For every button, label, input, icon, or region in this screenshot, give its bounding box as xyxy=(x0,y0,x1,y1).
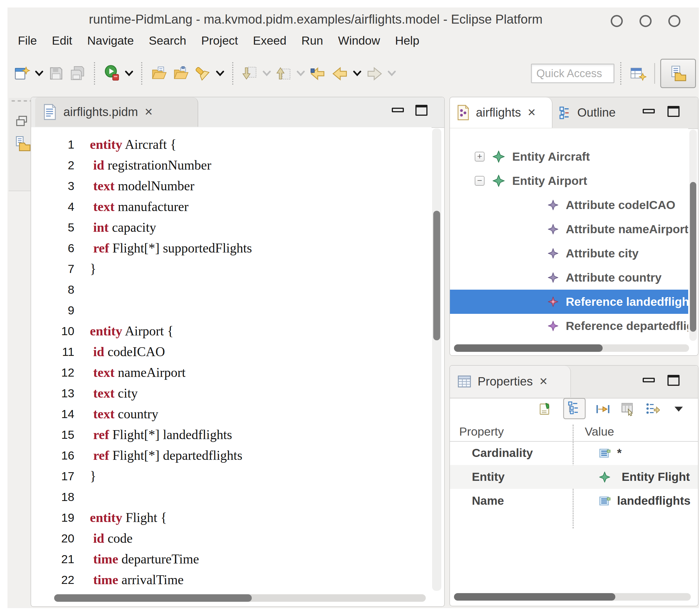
save-all-icon[interactable] xyxy=(70,65,86,81)
back-icon[interactable] xyxy=(332,65,348,82)
run-external-tools-icon[interactable] xyxy=(103,65,120,82)
view-menu-chevron-icon[interactable] xyxy=(674,406,684,414)
outline-horizontal-scrollbar-thumb[interactable] xyxy=(454,344,603,352)
previous-annotation-icon[interactable] xyxy=(276,65,292,81)
menu-navigate[interactable]: Navigate xyxy=(80,32,141,49)
collapse-icon[interactable]: − xyxy=(475,176,485,186)
search-dropdown-chevron-icon[interactable] xyxy=(216,71,224,76)
open-folder-task-icon[interactable] xyxy=(173,65,189,82)
line-text: ref Flight[*] supportedFlights xyxy=(90,238,252,258)
code-line: 20 id code xyxy=(31,528,432,549)
expand-icon[interactable]: + xyxy=(475,152,485,162)
last-edit-location-icon[interactable] xyxy=(310,65,326,82)
tree-item-entity-airport[interactable]: − Entity Airport xyxy=(475,169,587,193)
previous-annotation-chevron-icon[interactable] xyxy=(297,71,305,76)
drag-handle-icon[interactable] xyxy=(12,100,33,102)
menu-project[interactable]: Project xyxy=(193,32,246,49)
categorize-icon[interactable] xyxy=(645,402,660,418)
outline-panel: airflights ✕ Outline + Entity Aircraft − xyxy=(449,97,699,356)
column-property[interactable]: Property xyxy=(459,425,504,438)
editor-horizontal-scrollbar-thumb[interactable] xyxy=(54,594,252,602)
line-number: 22 xyxy=(31,569,90,590)
properties-table-header: Property Value xyxy=(450,423,698,442)
window-button-2-icon[interactable] xyxy=(639,15,652,27)
tree-item-reference-landedflights[interactable]: Reference landedflights xyxy=(450,290,688,314)
menu-edit[interactable]: Edit xyxy=(45,32,80,49)
open-folder-doc-icon[interactable] xyxy=(151,65,167,82)
menu-search[interactable]: Search xyxy=(141,32,194,49)
tab-properties-close-icon[interactable]: ✕ xyxy=(539,375,548,387)
properties-horizontal-scrollbar-thumb[interactable] xyxy=(454,593,615,601)
toolbar-separator xyxy=(141,62,142,85)
list-value-icon xyxy=(599,496,611,506)
tree-item-attribute-nameairport[interactable]: Attribute nameAirport xyxy=(548,217,688,241)
editor-minimize-icon[interactable] xyxy=(392,108,404,112)
entity-star-icon xyxy=(599,472,610,483)
window-button-3-icon[interactable] xyxy=(668,15,680,27)
line-text: text modelNumber xyxy=(90,176,195,196)
search-flashlight-icon[interactable] xyxy=(195,65,211,82)
code-line: 9 xyxy=(31,300,432,321)
menu-file[interactable]: File xyxy=(10,32,45,49)
run-dropdown-chevron-icon[interactable] xyxy=(125,71,133,76)
outline-minimize-icon[interactable] xyxy=(643,109,655,113)
properties-panel: Properties ✕ xyxy=(449,365,699,606)
tree-mode-button[interactable] xyxy=(563,398,586,419)
code-editor[interactable]: 1entity Aircraft { 2 id registrationNumb… xyxy=(31,127,432,593)
code-line: 19entity Flight { xyxy=(31,507,432,528)
menu-help[interactable]: Help xyxy=(387,32,427,49)
new-dropdown-chevron-icon[interactable] xyxy=(35,71,43,76)
next-annotation-icon[interactable] xyxy=(242,65,258,81)
tree-item-attribute-country[interactable]: Attribute country xyxy=(548,266,662,290)
tab-airflights[interactable]: airflights ✕ xyxy=(450,97,552,128)
restore-view-icon[interactable] xyxy=(14,114,29,130)
menu-run[interactable]: Run xyxy=(294,32,330,49)
tree-item-entity-aircraft[interactable]: + Entity Aircraft xyxy=(475,144,590,169)
window-button-1-icon[interactable] xyxy=(611,15,623,27)
pidm-perspective-button[interactable] xyxy=(660,59,696,88)
property-row-cardinality[interactable]: Cardinality * xyxy=(450,441,698,465)
next-annotation-chevron-icon[interactable] xyxy=(262,71,271,76)
toolbar-separator xyxy=(620,62,621,85)
back-dropdown-chevron-icon[interactable] xyxy=(353,71,362,76)
advanced-properties-icon[interactable] xyxy=(596,402,610,418)
line-text: } xyxy=(90,466,96,487)
filter-table-icon[interactable] xyxy=(620,402,635,418)
code-line: 17} xyxy=(31,466,432,487)
tab-airflights-close-icon[interactable]: ✕ xyxy=(527,106,536,119)
tab-outline[interactable]: Outline xyxy=(553,97,628,128)
tab-properties[interactable]: Properties ✕ xyxy=(450,366,571,397)
line-text: ref Flight[*] landedflights xyxy=(90,424,232,445)
outline-maximize-icon[interactable] xyxy=(667,106,679,117)
editor-maximize-icon[interactable] xyxy=(415,105,427,116)
editor-tab-close-icon[interactable]: ✕ xyxy=(144,106,153,118)
tree-item-attribute-codeicao[interactable]: Attribute codeICAO xyxy=(548,193,675,217)
open-perspective-icon[interactable] xyxy=(630,65,647,82)
new-wizard-icon[interactable] xyxy=(14,65,30,81)
attribute-star-icon xyxy=(548,248,558,258)
property-row-name[interactable]: Name landedflights xyxy=(450,489,698,513)
forward-icon[interactable] xyxy=(366,65,383,82)
editor-vertical-scrollbar-thumb[interactable] xyxy=(433,211,440,340)
outline-vertical-scrollbar-thumb[interactable] xyxy=(690,182,696,332)
pin-editor-icon[interactable] xyxy=(538,402,553,418)
tree-item-reference-departedflights[interactable]: Reference departedflights xyxy=(548,314,688,338)
quick-access-input[interactable] xyxy=(531,64,614,83)
editor-tab-airflights-pidm[interactable]: airflights.pidm ✕ xyxy=(35,97,198,127)
package-explorer-icon[interactable] xyxy=(13,135,31,154)
code-line: 8 xyxy=(31,279,432,300)
line-number: 12 xyxy=(31,362,90,383)
column-value[interactable]: Value xyxy=(585,425,614,438)
menu-window[interactable]: Window xyxy=(331,32,388,49)
line-text: text country xyxy=(90,403,159,424)
save-icon[interactable] xyxy=(48,65,64,81)
properties-minimize-icon[interactable] xyxy=(643,378,655,382)
property-row-entity[interactable]: Entity Entity Flight xyxy=(450,465,698,489)
tree-item-attribute-city[interactable]: Attribute city xyxy=(548,241,639,266)
forward-dropdown-chevron-icon[interactable] xyxy=(387,71,396,76)
line-text: entity Aircraft { xyxy=(90,134,177,155)
editor-vertical-scrollbar[interactable] xyxy=(432,128,441,591)
menu-exeed[interactable]: Exeed xyxy=(246,32,294,49)
properties-maximize-icon[interactable] xyxy=(667,375,679,386)
code-line: 5 int capacity xyxy=(31,217,432,238)
